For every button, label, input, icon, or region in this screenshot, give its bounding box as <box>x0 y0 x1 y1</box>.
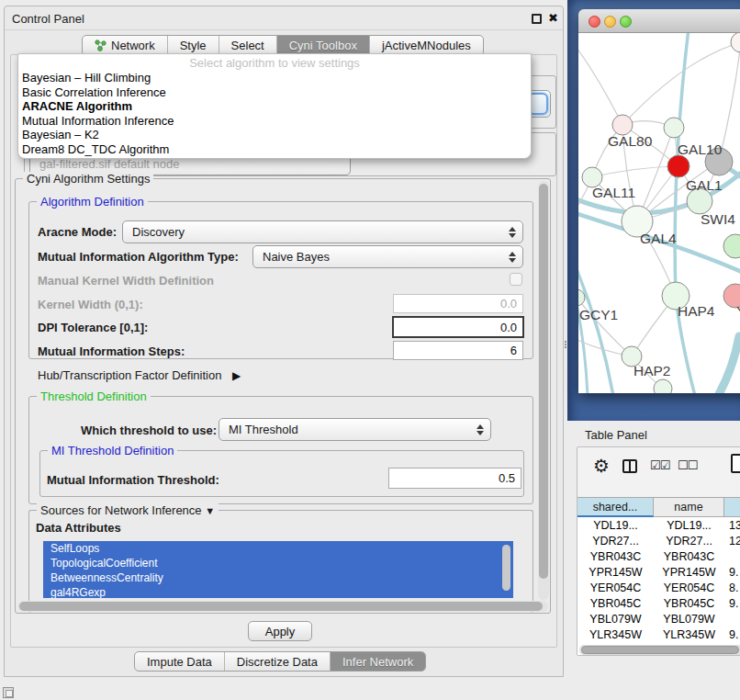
table-cell: 8. <box>724 580 740 595</box>
table-cell: YLR345W <box>654 627 724 642</box>
table-row[interactable]: YDL19...YDL19...13 <box>577 517 740 533</box>
mi-threshold-field[interactable]: 0.5 <box>388 468 521 489</box>
data-attributes-list[interactable]: SelfLoopsTopologicalCoefficientBetweenne… <box>43 541 513 598</box>
network-node[interactable] <box>612 115 633 135</box>
mi-type-combobox[interactable]: Naive Bayes <box>252 245 523 268</box>
manual-kernel-checkbox[interactable] <box>510 273 522 286</box>
tab-impute-data[interactable]: Impute Data <box>135 652 225 671</box>
settings-horizontal-scrollbar[interactable] <box>17 601 548 612</box>
float-panel-icon[interactable] <box>532 14 542 24</box>
select-all-checkboxes-icon[interactable]: ☑☑ <box>650 458 669 472</box>
data-attribute-item[interactable]: TopologicalCoefficient <box>43 556 513 570</box>
tab-style[interactable]: Style <box>168 36 219 55</box>
close-icon[interactable]: ✖ <box>548 11 558 25</box>
table-cell <box>724 611 740 627</box>
chevron-down-icon[interactable]: ▼ <box>205 505 215 516</box>
network-node[interactable] <box>667 155 690 177</box>
network-node[interactable] <box>654 379 672 393</box>
table-cell: YPR145W <box>577 564 654 580</box>
deselect-all-checkboxes-icon[interactable]: ☐☐ <box>678 458 697 472</box>
scrollbar-thumb[interactable] <box>539 184 548 579</box>
network-node[interactable] <box>723 234 740 258</box>
table-row[interactable]: YBR045CYBR045C9. <box>577 595 740 611</box>
algorithm-option[interactable]: Bayesian – Hill Climbing <box>18 71 531 85</box>
table-row[interactable]: YDR27...YDR27...12 <box>577 533 740 548</box>
table-cell: YBR045C <box>577 595 654 611</box>
table-cell: YER054C <box>577 580 654 595</box>
network-edge[interactable] <box>719 42 740 162</box>
network-edge[interactable] <box>718 336 739 393</box>
close-window-icon[interactable] <box>589 16 600 28</box>
column-header-partial[interactable] <box>724 497 740 517</box>
kernel-width-field[interactable]: 0.0 <box>393 294 523 313</box>
spinner-arrows-icon <box>477 424 484 435</box>
tab-network[interactable]: Network <box>83 36 168 55</box>
table-panel: Table Panel ⚙ ☑☑ ☐☐ shared... name YDL19… <box>567 421 740 700</box>
node-label: HAP2 <box>633 363 671 378</box>
table-row[interactable]: YER054CYER054C8. <box>577 580 740 595</box>
dropdown-items: Bayesian – Hill ClimbingBasic Correlatio… <box>18 71 531 156</box>
table-cell: YER054C <box>654 580 724 595</box>
table-cell: YBR045C <box>654 595 724 611</box>
gear-icon[interactable]: ⚙ <box>593 455 610 477</box>
mi-steps-field[interactable]: 6 <box>393 341 523 360</box>
minimize-window-icon[interactable] <box>604 16 616 28</box>
bottom-tabs: Impute Data Discretize Data Infer Networ… <box>134 651 426 672</box>
split-pane-handle[interactable] <box>564 341 567 349</box>
data-attribute-item[interactable]: BetweennessCentrality <box>43 570 513 585</box>
mi-threshold-label: Mutual Information Threshold: <box>47 473 219 487</box>
node-label: Y <box>736 303 740 319</box>
network-canvas[interactable]: GAL80GAL10GAL11GAL1SWI4GAL4GCY1HAP4YHAP2 <box>578 33 740 393</box>
aracne-mode-combobox[interactable]: Discovery <box>122 220 523 243</box>
table-row[interactable]: YLR345WYLR345W9. <box>577 627 740 642</box>
tab-discretize-data[interactable]: Discretize Data <box>225 652 331 671</box>
algorithm-option[interactable]: Mutual Information Inference <box>18 114 531 129</box>
tab-infer-network[interactable]: Infer Network <box>331 652 425 671</box>
control-panel-window: Control Panel ✖ Network Style Select Cyn… <box>4 6 564 677</box>
network-edge[interactable] <box>578 44 622 125</box>
tab-label: Impute Data <box>147 655 212 669</box>
table-cell: YBR043C <box>577 548 654 564</box>
tab-label: Select <box>231 39 264 52</box>
tab-label: Cyni Toolbox <box>289 39 357 52</box>
dpi-tolerance-field[interactable]: 0.0 <box>392 316 524 338</box>
table-row[interactable]: YBL079WYBL079W <box>577 611 740 627</box>
settings-vertical-scrollbar[interactable] <box>538 181 549 600</box>
dpi-tolerance-label: DPI Tolerance [0,1]: <box>38 321 148 334</box>
node-label: GAL1 <box>686 177 723 193</box>
column-header-shared-name[interactable]: shared... <box>577 497 654 517</box>
minimized-panel-icon[interactable] <box>3 687 14 698</box>
table-row[interactable]: YBR043CYBR043C <box>577 548 740 564</box>
aracne-mode-label: Aracne Mode: <box>38 225 117 239</box>
network-node[interactable] <box>664 118 684 138</box>
data-attribute-item[interactable]: SelfLoops <box>43 541 513 556</box>
apply-button[interactable]: Apply <box>248 621 312 641</box>
algorithm-option[interactable]: ARACNE Algorithm <box>18 99 531 114</box>
hub-definition-label: Hub/Transcription Factor Definition <box>38 368 221 382</box>
scrollbar-thumb[interactable] <box>19 602 543 611</box>
algorithm-option[interactable]: Basic Correlation Inference <box>18 85 531 100</box>
network-node[interactable] <box>731 33 740 52</box>
columns-icon[interactable] <box>622 459 637 473</box>
hub-definition-expander[interactable]: Hub/Transcription Factor Definition ▶ <box>38 368 241 382</box>
algorithm-option[interactable]: Dream8 DC_TDC Algorithm <box>18 142 531 157</box>
document-icon[interactable] <box>731 454 740 473</box>
which-threshold-combobox[interactable]: MI Threshold <box>219 418 491 441</box>
tab-jactivemnodules[interactable]: jActiveMNodules <box>370 36 483 55</box>
settings-group-title: Cyni Algorithm Settings <box>23 172 153 186</box>
data-attribute-item[interactable]: gal4RGexp <box>43 585 513 598</box>
tab-cyni-toolbox[interactable]: Cyni Toolbox <box>277 36 370 55</box>
network-edge[interactable] <box>592 166 678 177</box>
tab-select[interactable]: Select <box>219 36 277 55</box>
network-window-titlebar <box>578 9 740 33</box>
algorithm-option[interactable]: Bayesian – K2 <box>18 128 531 142</box>
table-cell: YBR043C <box>654 548 724 564</box>
table-horizontal-scrollbar[interactable] <box>579 645 740 655</box>
column-header-name[interactable]: name <box>654 497 724 517</box>
table-row[interactable]: YPR145WYPR145W9. <box>577 564 740 580</box>
list-scrollbar[interactable] <box>502 545 510 591</box>
dropdown-placeholder: Select algorithm to view settings <box>18 56 531 71</box>
scrollbar-thumb[interactable] <box>581 646 739 654</box>
table-cell: YDR27... <box>577 533 654 548</box>
zoom-window-icon[interactable] <box>620 16 632 28</box>
